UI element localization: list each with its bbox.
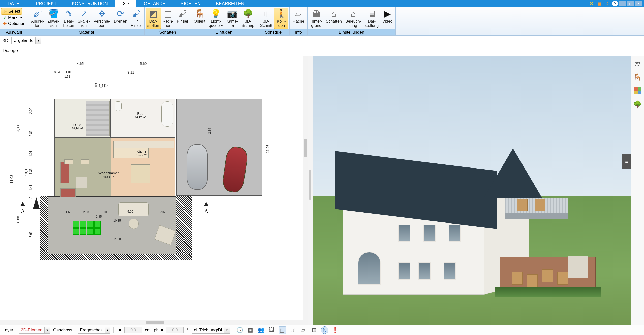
clock-icon[interactable]: 🕓 <box>236 326 244 334</box>
hintergrund-button[interactable]: 🏔Hinter-grund <box>309 8 324 29</box>
phi-input[interactable] <box>166 327 184 333</box>
dim-label: 1,65 <box>66 210 71 214</box>
layers-icon[interactable]: ≋ <box>633 59 643 69</box>
kamera-button[interactable]: 📷Kame-ra <box>225 8 240 29</box>
selected-item[interactable] <box>87 221 94 228</box>
dim-label: 1,01 <box>29 151 33 156</box>
objekt-button[interactable]: 🪑Objekt <box>192 8 207 24</box>
layer-select[interactable]: 2D-Elemen▼ <box>19 327 50 334</box>
selected-item[interactable] <box>80 228 86 235</box>
horizontal-scrollbar[interactable] <box>0 320 303 325</box>
length-input[interactable] <box>124 327 142 333</box>
deck-chair <box>542 269 553 282</box>
lichtquelle-button[interactable]: 💡Licht-quelle ▾ <box>207 8 225 29</box>
terrain-select[interactable]: Urgelände ▼ <box>11 37 41 44</box>
north-arrow-icon <box>33 197 40 209</box>
bearbeiten-button[interactable]: ✎Bear-beiten <box>62 8 76 29</box>
pane-splitter[interactable] <box>308 56 313 325</box>
furniture-icon[interactable]: 🪑 <box>633 72 643 82</box>
menu-gelaende[interactable]: GELÄNDE <box>136 0 173 7</box>
plants-icon[interactable]: 🌳 <box>633 99 643 109</box>
selected-item[interactable] <box>87 228 94 235</box>
selekt-button[interactable]: ➤ Selekt <box>1 8 22 15</box>
dim-label: 10,35 <box>113 219 121 222</box>
group-label-einstellungen: Einstellungen <box>308 29 395 35</box>
rechnen-button[interactable]: ◫Rech-nen <box>161 8 175 29</box>
hash-grid-icon[interactable]: ⊞ <box>310 326 318 334</box>
bitmap-button[interactable]: 🌳3D-Bitmap <box>240 8 256 29</box>
furniture-sofa <box>60 162 69 183</box>
deck-chair <box>527 274 538 287</box>
light-icon: ⌂ <box>348 9 358 19</box>
check-icon: ✔ <box>3 15 7 20</box>
menu-3d[interactable]: 3D <box>115 0 136 7</box>
selected-item[interactable] <box>94 221 101 228</box>
dl-select[interactable]: dl (Richtung/Di▼ <box>192 327 230 334</box>
print-icon[interactable]: ⎙ <box>604 1 611 7</box>
mark-button[interactable]: ✔ Mark. ▼ <box>1 15 24 21</box>
selected-item[interactable] <box>80 221 86 228</box>
abgreifen-button[interactable]: 🖉Abgrei-fen <box>29 8 46 29</box>
dim-label: 2,89 <box>208 128 211 134</box>
geschoss-label: Geschoss : <box>53 328 75 333</box>
furniture-sofa <box>60 188 76 197</box>
plus-icon: ✚ <box>3 21 7 26</box>
selected-item[interactable] <box>73 228 79 235</box>
minimize-button[interactable]: – <box>619 1 626 6</box>
stack-icon[interactable]: ≋ <box>289 326 297 334</box>
menu-datei[interactable]: DATEI <box>0 0 28 7</box>
flaeche-button[interactable]: ▱Fläche <box>291 8 306 24</box>
menu-sichten[interactable]: SICHTEN <box>173 0 208 7</box>
kollision-button[interactable]: 🚶Kolli-sion <box>274 8 288 29</box>
darstellen-button[interactable]: ◩Dar-stellen <box>146 8 161 29</box>
grid-icon[interactable]: ▦ <box>247 326 254 334</box>
drehen-button[interactable]: ⟳Drehen <box>112 8 129 24</box>
menu-projekt[interactable]: PROJEKT <box>28 0 64 7</box>
outdoor-table <box>129 219 139 229</box>
slideout-handle[interactable]: ≡ <box>622 154 631 169</box>
schnitt-button[interactable]: ⎅3D-Schnitt <box>258 8 274 29</box>
dim-label: 3,69 <box>29 231 33 237</box>
background-icon: 🏔 <box>311 9 321 19</box>
geschoss-value: Erdgeschos <box>78 328 105 333</box>
north-icon[interactable]: N <box>321 326 328 334</box>
triangle-icon[interactable]: ◺ <box>279 326 286 334</box>
beleuchtung-button[interactable]: ⌂Beleuch-tung <box>344 8 363 29</box>
geschoss-select[interactable]: Erdgeschos▼ <box>78 327 110 334</box>
stairs <box>86 101 110 136</box>
darstellung-button[interactable]: 🖥Dar-stellung <box>363 8 380 29</box>
length-unit: cm <box>145 328 151 333</box>
bucket-icon: 🪣 <box>49 9 59 19</box>
vertical-scrollbar[interactable] <box>303 56 308 325</box>
floorplan-2d-view[interactable]: 4,65 5,60 1,01 1,51 9,11 0,83 B ▢ ▷ 11,0… <box>0 56 308 325</box>
selected-item[interactable] <box>73 221 79 228</box>
plane-icon[interactable]: ▱ <box>300 326 307 334</box>
users-icon[interactable]: 👥 <box>257 326 265 334</box>
info-icon[interactable]: ❗ <box>331 326 339 334</box>
menu-konstruktion[interactable]: KONSTRUKTION <box>64 0 115 7</box>
photo-icon[interactable]: 🖼 <box>268 326 275 334</box>
help-icon[interactable]: ? <box>612 1 618 6</box>
save-icon[interactable]: ▣ <box>596 1 603 7</box>
render-3d-view[interactable]: ≡ <box>313 56 631 325</box>
video-button[interactable]: ▶Video <box>380 8 394 24</box>
wrench-icon[interactable]: ✖ <box>588 1 595 7</box>
pinsel-button[interactable]: 🖌Pinsel <box>175 8 190 24</box>
hinpinsel-button[interactable]: 🖌Hin.Pinsel <box>129 8 143 29</box>
selected-item[interactable] <box>94 228 101 235</box>
optionen-label: Optionen <box>8 21 25 26</box>
menu-bearbeiten[interactable]: BEARBEITEN <box>208 0 252 7</box>
materials-icon[interactable] <box>633 86 643 96</box>
zuweisen-button[interactable]: 🪣Zuwei-sen <box>46 8 62 29</box>
close-button[interactable]: × <box>635 1 642 6</box>
dim-label: 1,01 <box>66 70 71 74</box>
mark-label: Mark. <box>8 15 19 20</box>
skalieren-button[interactable]: ⤢Skalie-ren <box>76 8 92 29</box>
verschieben-button[interactable]: ✥Verschie-ben <box>92 8 112 29</box>
maximize-button[interactable]: ◻ <box>627 1 634 6</box>
schatten-settings-button[interactable]: ⌂Schatten <box>324 8 344 24</box>
optionen-button[interactable]: ✚ Optionen <box>1 21 27 27</box>
bulb-icon: 💡 <box>211 9 221 19</box>
chair-icon: 🪑 <box>195 9 205 19</box>
group-label-sonstige: Sonstige <box>257 29 289 35</box>
